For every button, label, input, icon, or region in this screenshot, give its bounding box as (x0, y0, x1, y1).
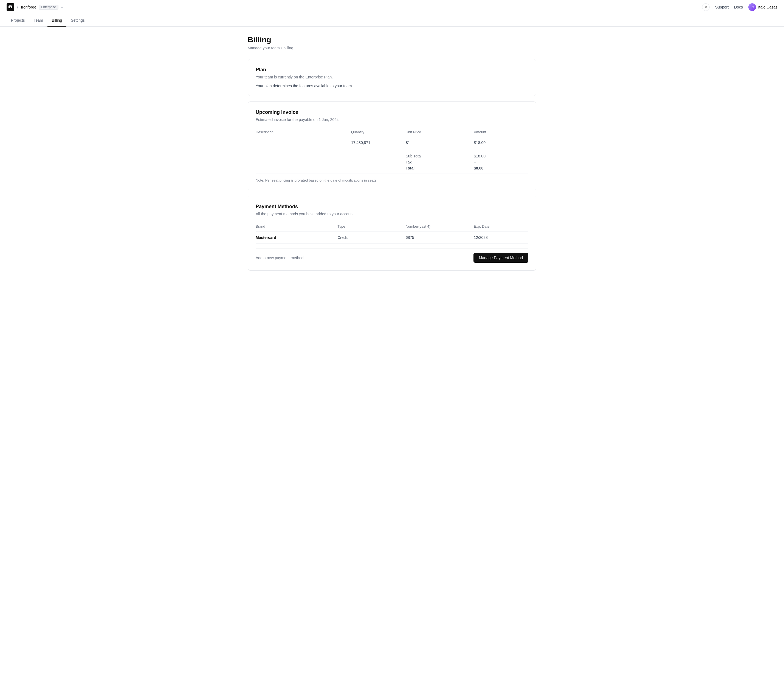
payment-card-description: All the payment methods you have added t… (256, 212, 528, 216)
invoice-note: Note: Per seat pricing is prorated based… (256, 178, 528, 182)
topbar: / Ironforge Enterprise ⌄ ☀ Support Docs … (0, 0, 784, 14)
page-subtitle: Manage your team's billing. (248, 46, 536, 50)
slash-divider: / (17, 5, 18, 10)
user-info: IC Italo Casas (748, 3, 777, 11)
topbar-right: ☀ Support Docs IC Italo Casas (702, 3, 777, 11)
invoice-table: Description Quantity Unit Price Amount 1… (256, 127, 528, 174)
add-payment-text: Add a new payment method (256, 255, 303, 260)
payment-row-number: 6875 (406, 231, 474, 244)
subnav-item-settings[interactable]: Settings (66, 14, 89, 26)
docs-link[interactable]: Docs (734, 5, 743, 9)
invoice-row-quantity: 17,480,871 (351, 137, 406, 148)
payment-footer: Add a new payment method Manage Payment … (256, 248, 528, 263)
plan-card-description: Your team is currently on the Enterprise… (256, 75, 528, 79)
invoice-col-amount: Amount (474, 127, 528, 137)
invoice-row-description (256, 137, 351, 148)
user-name: Italo Casas (758, 5, 777, 9)
invoice-card: Upcoming Invoice Estimated invoice for t… (248, 102, 536, 190)
invoice-row-amount: $18.00 (474, 137, 528, 148)
tax-label: Tax (406, 160, 474, 164)
invoice-summary-labels: Sub Total Tax Total (406, 148, 474, 174)
subnav: Projects Team Billing Settings (0, 14, 784, 26)
payment-card-title: Payment Methods (256, 204, 528, 209)
invoice-col-quantity: Quantity (351, 127, 406, 137)
total-label: Total (406, 166, 474, 170)
invoice-card-title: Upcoming Invoice (256, 109, 528, 115)
svg-rect-2 (9, 5, 12, 7)
payment-row-expdate: 12/2028 (474, 231, 528, 244)
invoice-col-unit-price: Unit Price (406, 127, 474, 137)
plan-card-body: Your plan determines the features availa… (256, 84, 528, 88)
tax-value: -- (474, 160, 528, 164)
payment-row: Mastercard Credit 6875 12/2028 (256, 231, 528, 244)
invoice-summary-row: Sub Total Tax Total $18.00 -- $0.00 (256, 148, 528, 174)
avatar: IC (748, 3, 756, 11)
subtotal-label: Sub Total (406, 154, 474, 158)
main-content: Billing Manage your team's billing. Plan… (241, 26, 543, 285)
payment-col-number: Number(Last 4) (406, 222, 474, 231)
payment-col-expdate: Exp. Date (474, 222, 528, 231)
support-link[interactable]: Support (715, 5, 729, 9)
plan-badge: Enterprise (39, 5, 59, 10)
payment-col-brand: Brand (256, 222, 338, 231)
payment-row-brand: Mastercard (256, 231, 338, 244)
plan-card-title: Plan (256, 67, 528, 72)
invoice-col-description: Description (256, 127, 351, 137)
invoice-row-unit-price: $1 (406, 137, 474, 148)
manage-payment-button[interactable]: Manage Payment Method (473, 253, 528, 263)
payment-row-type: Credit (338, 231, 406, 244)
invoice-row: 17,480,871 $1 $18.00 (256, 137, 528, 148)
subnav-item-projects[interactable]: Projects (7, 14, 30, 26)
subnav-item-team[interactable]: Team (30, 14, 48, 26)
brand-name: Ironforge (21, 5, 36, 9)
chevron-down-icon: ⌄ (61, 5, 63, 9)
topbar-left: / Ironforge Enterprise ⌄ (7, 3, 63, 11)
logo-icon[interactable] (7, 3, 14, 11)
theme-toggle-button[interactable]: ☀ (702, 3, 710, 11)
page-title: Billing (248, 35, 536, 44)
subnav-item-billing[interactable]: Billing (48, 14, 66, 26)
plan-card: Plan Your team is currently on the Enter… (248, 59, 536, 96)
total-value: $0.00 (474, 166, 528, 170)
subtotal-value: $18.00 (474, 154, 528, 158)
payment-col-type: Type (338, 222, 406, 231)
invoice-card-description: Estimated invoice for the payable on 1 J… (256, 117, 528, 122)
invoice-summary-values: $18.00 -- $0.00 (474, 148, 528, 174)
payment-table: Brand Type Number(Last 4) Exp. Date Mast… (256, 222, 528, 244)
payment-card: Payment Methods All the payment methods … (248, 196, 536, 271)
